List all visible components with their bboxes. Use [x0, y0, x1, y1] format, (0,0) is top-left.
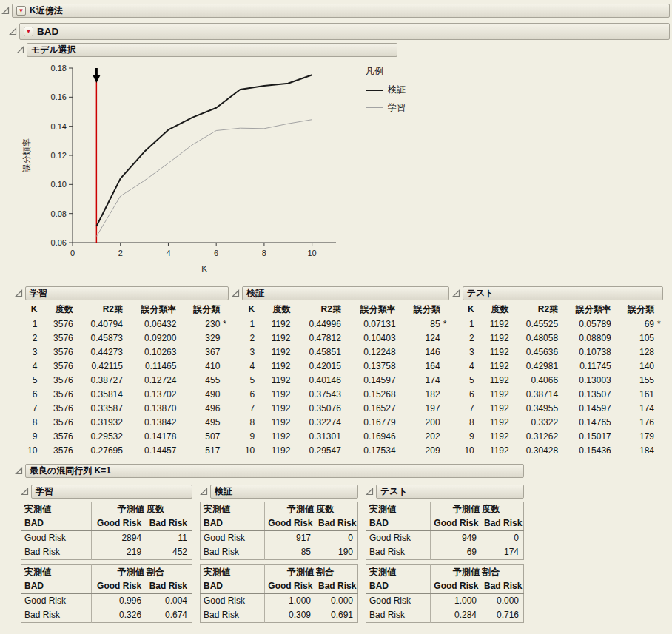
table-row[interactable]: 311920.458510.12248146	[235, 345, 448, 360]
x-tick-label: 10	[308, 249, 317, 257]
row-label: Good Risk	[201, 531, 265, 546]
col-good-risk: Good Risk	[91, 516, 146, 531]
cell: 0.16946	[341, 430, 396, 444]
table-row[interactable]: 311920.456360.10738128	[455, 345, 663, 360]
test-ktable: K度数R2乗誤分類率誤分類 111920.455250.0578969*2119…	[455, 303, 663, 458]
disclosure-triangle-icon[interactable]	[200, 488, 208, 496]
y-tick-label: 0.16	[51, 92, 67, 101]
disclosure-triangle-icon[interactable]	[9, 27, 17, 36]
table-row[interactable]: 335760.442730.10263367	[18, 345, 229, 360]
disclosure-triangle-icon[interactable]	[366, 488, 374, 496]
cell: 2894	[91, 531, 146, 546]
actual-label: 実測値	[366, 502, 431, 517]
k-marker-arrow-stem[interactable]	[95, 68, 98, 75]
table-row[interactable]: 511920.401460.14597174	[235, 374, 448, 388]
table-row[interactable]: 611920.375430.15268182	[235, 388, 448, 402]
table-row[interactable]: 735760.335870.13870496	[18, 402, 229, 416]
disclosure-triangle-icon[interactable]	[15, 467, 23, 475]
actual-label: 実測値	[366, 565, 431, 580]
response-label: BAD	[201, 579, 265, 594]
cell: 3	[455, 345, 474, 360]
column-header: 度数	[37, 303, 73, 317]
cell: 0.3322	[509, 416, 559, 430]
ktable-section-training: 学習 K度数R2乗誤分類率誤分類 135760.407940.06432230*…	[15, 286, 229, 458]
red-triangle-menu-icon[interactable]: ▼	[24, 27, 33, 36]
column-header: 誤分類	[176, 303, 220, 317]
disclosure-triangle-icon[interactable]	[452, 289, 460, 297]
table-row[interactable]: 911920.313010.16946202	[235, 430, 448, 444]
cell: 2	[235, 331, 255, 345]
row-label: Good Risk	[21, 594, 92, 609]
cell: 8	[235, 416, 255, 430]
column-header: 誤分類	[611, 303, 654, 317]
disclosure-triangle-icon[interactable]	[16, 46, 24, 54]
best-marker	[220, 444, 229, 458]
cell: 174	[481, 545, 524, 560]
table-row[interactable]: 1035760.276950.14457517	[18, 444, 229, 458]
table-row[interactable]: 635760.358140.13702490	[18, 388, 229, 402]
col-good-risk: Good Risk	[265, 579, 315, 594]
cell: 0.45525	[509, 317, 559, 332]
disclosure-triangle-icon[interactable]	[232, 289, 240, 297]
table-row[interactable]: 411920.420150.13758164	[235, 360, 448, 374]
cell: 0.37543	[290, 388, 340, 402]
disclosure-triangle-icon[interactable]	[1, 7, 10, 15]
table-row[interactable]: 235760.458730.09200329	[18, 331, 229, 345]
k-marker-arrow-icon[interactable]	[93, 75, 101, 83]
y-tick-label: 0.12	[51, 151, 67, 160]
cell: 490	[176, 388, 220, 402]
disclosure-triangle-icon[interactable]	[15, 289, 23, 297]
table-row: Bad Risk69174	[366, 545, 524, 560]
cell: 1192	[255, 416, 290, 430]
ktable-section-validation: 検証 K度数R2乗誤分類率誤分類 111920.449960.0713185*2…	[232, 286, 448, 458]
table-row[interactable]: 1011920.295470.17534209	[235, 444, 448, 458]
table-row[interactable]: 911920.312620.15017179	[455, 430, 663, 444]
predicted-props-label: 予測値 割合	[431, 565, 524, 580]
table-row[interactable]: 211920.478120.10403124	[235, 331, 448, 345]
table-row[interactable]: 711920.349550.14597174	[455, 402, 663, 416]
cell: 0.13507	[558, 388, 611, 402]
table-row[interactable]: 111920.449960.0713185*	[235, 317, 448, 332]
table-row[interactable]: 511920.40660.13003155	[455, 374, 663, 388]
col-bad-risk: Bad Risk	[481, 579, 524, 594]
cell: 1192	[474, 388, 509, 402]
table-row: Bad Risk219452	[21, 545, 192, 560]
cell: 1192	[255, 317, 290, 332]
col-good-risk: Good Risk	[431, 579, 481, 594]
table-row[interactable]: 835760.319320.13842495	[18, 416, 229, 430]
outline-ktable-training: 学習	[15, 286, 229, 300]
cell: 0.38714	[509, 388, 559, 402]
red-triangle-menu-icon[interactable]: ▼	[16, 6, 26, 16]
cell: 0.000	[481, 594, 524, 609]
legend-item-validation: 検証	[366, 84, 434, 96]
cell: 1192	[255, 402, 290, 416]
cell: 0.07131	[341, 317, 396, 332]
response-label: BAD	[366, 579, 431, 594]
table-row[interactable]: 535760.387270.12724455	[18, 374, 229, 388]
table-row[interactable]: 711920.350760.16527197	[235, 402, 448, 416]
table-row[interactable]: 811920.33220.14765176	[455, 416, 663, 430]
table-row[interactable]: 935760.295320.14178507	[18, 430, 229, 444]
x-tick-label: 2	[118, 249, 123, 257]
cell: 146	[396, 345, 440, 360]
table-row[interactable]: 211920.480580.08809105	[455, 331, 663, 345]
table-row[interactable]: 611920.387140.13507161	[455, 388, 663, 402]
cell: 0.31301	[290, 430, 340, 444]
table-row[interactable]: 435760.421150.11465410	[18, 360, 229, 374]
best-marker	[654, 430, 663, 444]
legend-title: 凡例	[366, 65, 434, 78]
best-marker	[654, 444, 663, 458]
table-row[interactable]: 1011920.304280.15436184	[455, 444, 663, 458]
cell: 0.004	[146, 594, 192, 609]
disclosure-triangle-icon[interactable]	[21, 488, 29, 496]
table-row[interactable]: 111920.455250.0578969*	[455, 317, 663, 332]
cell: 410	[176, 360, 220, 374]
cell: 0.14597	[558, 402, 611, 416]
cell: 507	[176, 430, 220, 444]
col-bad-risk: Bad Risk	[315, 579, 358, 594]
table-row[interactable]: 135760.407940.06432230*	[18, 317, 229, 332]
outline-confusion-group: テスト	[366, 485, 524, 499]
predicted-counts-label: 予測値 度数	[265, 502, 358, 517]
table-row[interactable]: 811920.322740.16779200	[235, 416, 448, 430]
table-row[interactable]: 411920.429810.11745140	[455, 360, 663, 374]
